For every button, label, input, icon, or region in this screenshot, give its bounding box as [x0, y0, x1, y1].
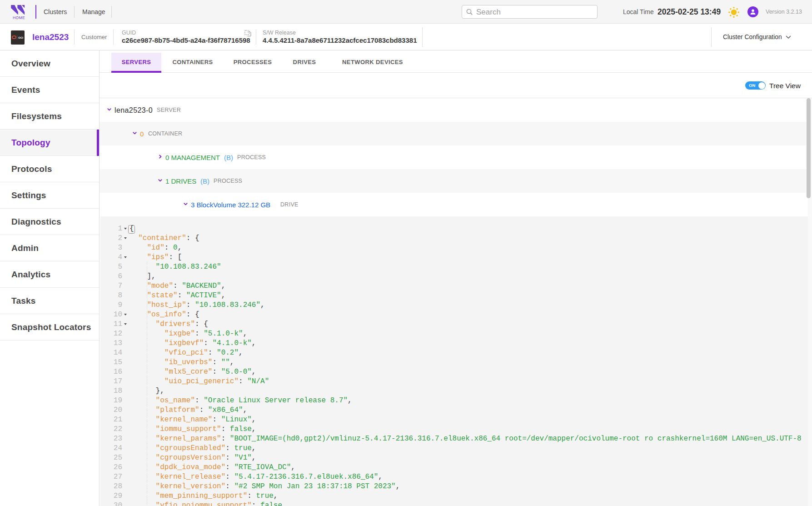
svg-text:OCI: OCI	[18, 36, 23, 39]
